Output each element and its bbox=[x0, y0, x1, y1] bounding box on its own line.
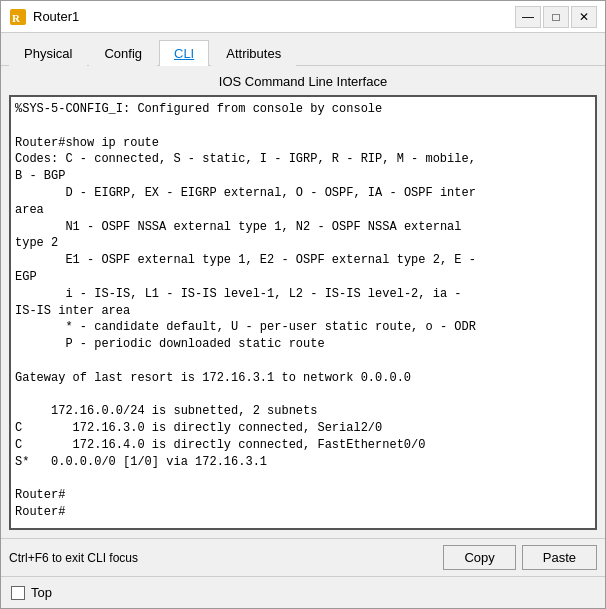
window-title: Router1 bbox=[33, 9, 515, 24]
cli-terminal[interactable]: %SYS-5-CONFIG_I: Configured from console… bbox=[9, 95, 597, 530]
maximize-button[interactable]: □ bbox=[543, 6, 569, 28]
minimize-button[interactable]: — bbox=[515, 6, 541, 28]
cli-hint: Ctrl+F6 to exit CLI focus bbox=[9, 551, 437, 565]
top-checkbox[interactable] bbox=[11, 586, 25, 600]
content-area: IOS Command Line Interface %SYS-5-CONFIG… bbox=[1, 66, 605, 538]
paste-button[interactable]: Paste bbox=[522, 545, 597, 570]
tab-physical[interactable]: Physical bbox=[9, 40, 87, 66]
tab-bar: Physical Config CLI Attributes bbox=[1, 33, 605, 66]
bottom-bar: Ctrl+F6 to exit CLI focus Copy Paste bbox=[1, 538, 605, 576]
close-button[interactable]: ✕ bbox=[571, 6, 597, 28]
top-label: Top bbox=[31, 585, 52, 600]
tab-attributes[interactable]: Attributes bbox=[211, 40, 296, 66]
app-icon: R bbox=[9, 8, 27, 26]
cli-section-label: IOS Command Line Interface bbox=[9, 74, 597, 89]
title-bar: R Router1 — □ ✕ bbox=[1, 1, 605, 33]
svg-text:R: R bbox=[12, 12, 21, 24]
main-window: R Router1 — □ ✕ Physical Config CLI Attr… bbox=[0, 0, 606, 609]
footer: Top bbox=[1, 576, 605, 608]
window-controls: — □ ✕ bbox=[515, 6, 597, 28]
copy-button[interactable]: Copy bbox=[443, 545, 515, 570]
tab-cli[interactable]: CLI bbox=[159, 40, 209, 66]
tab-config[interactable]: Config bbox=[89, 40, 157, 66]
